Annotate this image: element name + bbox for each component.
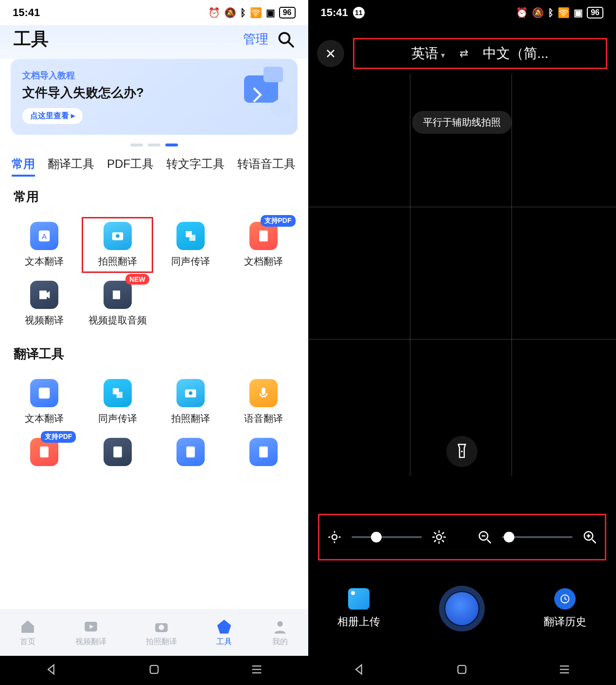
home-button[interactable] bbox=[147, 663, 161, 678]
tool-text-translate[interactable]: A 文本翻译 bbox=[9, 217, 80, 273]
album-icon bbox=[348, 588, 370, 610]
tab-pdf[interactable]: PDF工具 bbox=[107, 156, 154, 177]
zoom-in-icon[interactable] bbox=[581, 529, 598, 545]
tab-common[interactable]: 常用 bbox=[12, 156, 35, 177]
tool-photo-translate-2[interactable]: 拍照翻译 bbox=[155, 374, 226, 430]
alarm-icon: ⏰ bbox=[516, 7, 528, 18]
zoom-slider[interactable] bbox=[502, 536, 573, 538]
camera-icon bbox=[153, 618, 170, 635]
new-badge: NEW bbox=[125, 274, 149, 285]
svg-line-48 bbox=[592, 540, 596, 543]
swap-languages-icon[interactable]: ⇄ bbox=[459, 47, 468, 60]
clock: 15:41 bbox=[13, 6, 40, 19]
video-translate-icon bbox=[30, 281, 58, 309]
search-button[interactable] bbox=[277, 31, 295, 48]
tool-icon bbox=[176, 438, 205, 466]
svg-point-29 bbox=[461, 451, 463, 452]
svg-rect-18 bbox=[260, 447, 268, 458]
back-button[interactable] bbox=[352, 663, 366, 678]
svg-line-41 bbox=[442, 540, 444, 542]
clock: 15:41 bbox=[321, 6, 348, 19]
tool-row2-3[interactable] bbox=[155, 433, 226, 471]
svg-rect-15 bbox=[40, 447, 49, 458]
tool-voice-translate[interactable]: 语音翻译 bbox=[228, 374, 299, 430]
tool-row2-1[interactable]: 支持PDF bbox=[9, 433, 80, 471]
flashlight-toggle[interactable] bbox=[446, 436, 477, 467]
page-title: 工具 bbox=[14, 27, 49, 51]
nav-home[interactable]: 首页 bbox=[19, 618, 36, 647]
status-bar: 15:41 11 ⏰ 🔕 ᛒ 🛜 ▣ 96 bbox=[308, 0, 616, 25]
tool-doc-translate[interactable]: 支持PDF 文档翻译 bbox=[228, 217, 299, 273]
recent-button[interactable] bbox=[558, 663, 571, 678]
tool-simultaneous-2[interactable]: 同声传译 bbox=[82, 374, 153, 430]
search-icon bbox=[277, 31, 295, 48]
tile-label: 视频提取音频 bbox=[88, 314, 147, 327]
status-bar: 15:41 ⏰ 🔕 ᛒ 🛜 ▣ 96 bbox=[0, 0, 308, 25]
vpn-icon: ▣ bbox=[574, 7, 583, 18]
voice-translate-icon bbox=[249, 379, 278, 407]
back-button[interactable] bbox=[45, 663, 58, 678]
svg-point-8 bbox=[116, 234, 120, 238]
nav-video-translate[interactable]: 视频翻译 bbox=[75, 618, 106, 647]
tile-label: 视频翻译 bbox=[25, 314, 64, 327]
home-icon bbox=[19, 618, 36, 635]
svg-rect-3 bbox=[264, 67, 283, 82]
svg-point-22 bbox=[277, 621, 282, 626]
shutter-button[interactable] bbox=[439, 586, 485, 631]
tool-video-extract-audio[interactable]: NEW 视频提取音频 bbox=[82, 276, 153, 332]
target-language[interactable]: 中文（简... bbox=[483, 44, 548, 63]
svg-rect-52 bbox=[458, 666, 466, 673]
tile-label: 语音翻译 bbox=[244, 412, 283, 425]
nav-photo-translate[interactable]: 拍照翻译 bbox=[146, 618, 177, 647]
tool-photo-translate[interactable]: 拍照翻译 bbox=[82, 217, 153, 273]
close-button[interactable] bbox=[317, 40, 344, 67]
wifi-icon: 🛜 bbox=[558, 7, 570, 18]
svg-rect-23 bbox=[150, 666, 158, 673]
tile-label: 文本翻译 bbox=[25, 412, 64, 425]
text-translate-icon: A bbox=[30, 222, 58, 250]
nav-label: 我的 bbox=[272, 637, 288, 647]
tutorial-banner[interactable]: 文档导入教程 文件导入失败怎么办? 点这里查看 ▸ bbox=[11, 59, 298, 135]
recent-button[interactable] bbox=[250, 663, 264, 678]
alignment-tip: 平行于辅助线拍照 bbox=[412, 111, 511, 134]
extract-audio-icon bbox=[104, 281, 132, 309]
tile-label: 同声传译 bbox=[171, 255, 210, 268]
tool-icon bbox=[249, 438, 278, 466]
section-title-translate: 翻译工具 bbox=[0, 341, 308, 369]
zoom-out-icon[interactable] bbox=[476, 529, 493, 545]
pdf-badge: 支持PDF bbox=[41, 431, 76, 443]
home-button[interactable] bbox=[455, 663, 469, 678]
banner-cta[interactable]: 点这里查看 ▸ bbox=[22, 108, 83, 124]
tool-simultaneous[interactable]: 同声传译 bbox=[155, 217, 226, 273]
tool-row2-4[interactable] bbox=[228, 433, 299, 471]
album-upload-button[interactable]: 相册上传 bbox=[337, 588, 380, 629]
simultaneous-icon bbox=[104, 379, 132, 407]
banner-graphic bbox=[215, 64, 293, 122]
nav-tools[interactable]: 工具 bbox=[216, 618, 232, 647]
vpn-icon: ▣ bbox=[266, 7, 275, 18]
tile-label: 文档翻译 bbox=[244, 255, 283, 268]
bluetooth-icon: ᛒ bbox=[548, 7, 554, 18]
album-label: 相册上传 bbox=[337, 614, 380, 629]
history-button[interactable]: 翻译历史 bbox=[544, 588, 586, 629]
manage-button[interactable]: 管理 bbox=[243, 31, 268, 48]
brightness-down-icon[interactable] bbox=[326, 529, 343, 545]
nav-profile[interactable]: 我的 bbox=[272, 618, 288, 647]
tile-label: 拍照翻译 bbox=[171, 412, 210, 425]
tool-text-translate-2[interactable]: 文本翻译 bbox=[9, 374, 80, 430]
category-tabs: 常用 翻译工具 PDF工具 转文字工具 转语音工具 bbox=[0, 151, 308, 183]
camera-sliders bbox=[318, 514, 607, 560]
language-selector[interactable]: 英语 ⇄ 中文（简... bbox=[353, 38, 608, 69]
tool-row2-2[interactable] bbox=[82, 433, 153, 471]
tool-video-translate[interactable]: 视频翻译 bbox=[9, 276, 80, 332]
tab-totext[interactable]: 转文字工具 bbox=[166, 156, 225, 177]
svg-text:A: A bbox=[42, 232, 47, 240]
brightness-up-icon[interactable] bbox=[431, 529, 447, 545]
source-language[interactable]: 英语 bbox=[411, 44, 444, 63]
tab-tospeech[interactable]: 转语音工具 bbox=[237, 156, 296, 177]
battery-indicator: 96 bbox=[587, 7, 603, 18]
brightness-slider[interactable] bbox=[352, 536, 422, 538]
carousel-dots[interactable] bbox=[0, 141, 308, 151]
tab-translate[interactable]: 翻译工具 bbox=[48, 156, 94, 177]
nav-label: 拍照翻译 bbox=[146, 637, 177, 647]
